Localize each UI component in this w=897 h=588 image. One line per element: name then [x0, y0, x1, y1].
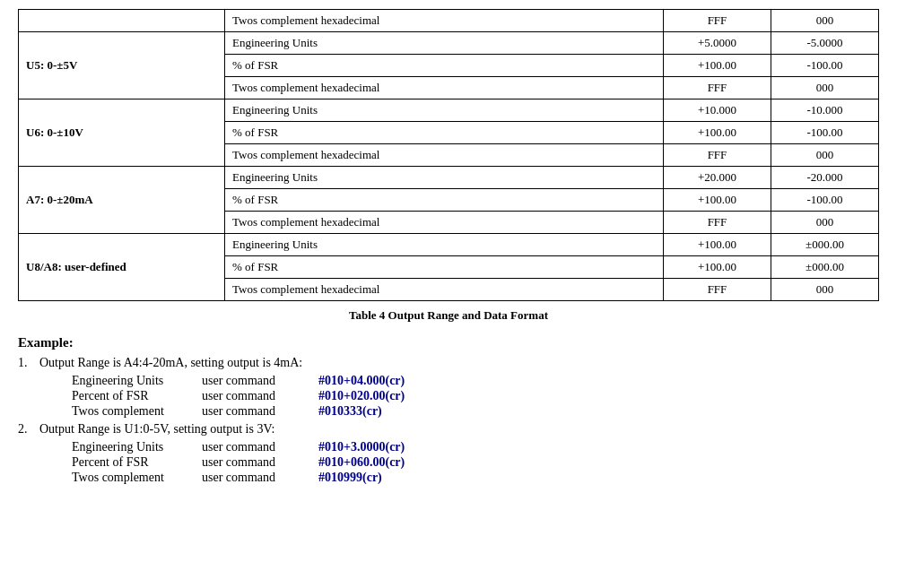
sub-code: #010+020.00(cr): [318, 389, 405, 403]
format-cell: Twos complement hexadecimal: [225, 279, 664, 301]
min-cell: 000: [771, 77, 879, 99]
min-cell: 000: [771, 279, 879, 301]
format-cell: % of FSR: [225, 189, 664, 212]
list-text-1: Output Range is A4:4-20mA, setting outpu…: [39, 356, 302, 370]
sub-label: Percent of FSR: [72, 389, 202, 403]
sub-cmd: user command: [202, 440, 318, 454]
sub-cmd: user command: [202, 471, 318, 485]
sub-label: Engineering Units: [72, 440, 202, 454]
sub-code: #010+04.000(cr): [318, 374, 405, 388]
sub-cmd: user command: [202, 404, 318, 419]
min-cell: ±000.00: [771, 256, 879, 279]
list-item-2: 2. Output Range is U1:0-5V, setting outp…: [18, 422, 879, 437]
max-cell: FFF: [664, 279, 771, 301]
format-cell: Engineering Units: [225, 99, 664, 122]
list-num-1: 1.: [18, 356, 34, 370]
sub-label: Twos complement: [72, 471, 202, 485]
max-cell: +5.0000: [664, 32, 771, 55]
sub-row: Twos complement user command #010999(cr): [72, 471, 879, 485]
max-cell: FFF: [664, 77, 771, 99]
max-cell: +100.00: [664, 55, 771, 77]
table-caption: Table 4 Output Range and Data Format: [18, 308, 879, 323]
min-cell: -100.00: [771, 189, 879, 212]
max-cell: +100.00: [664, 189, 771, 212]
sub-code: #010+060.00(cr): [318, 455, 405, 470]
max-cell: +100.00: [664, 122, 771, 144]
table-row: U5: 0-±5V Engineering Units +5.0000 -5.0…: [19, 32, 879, 55]
max-cell: FFF: [664, 212, 771, 234]
group-label: A7: 0-±20mA: [19, 167, 225, 234]
max-cell: FFF: [664, 144, 771, 167]
format-cell: Twos complement hexadecimal: [225, 77, 664, 99]
max-cell: +100.00: [664, 256, 771, 279]
group-cell: [19, 10, 225, 32]
max-cell: +10.000: [664, 99, 771, 122]
format-cell: % of FSR: [225, 55, 664, 77]
min-cell: -100.00: [771, 122, 879, 144]
format-cell: % of FSR: [225, 122, 664, 144]
format-cell: Engineering Units: [225, 167, 664, 189]
format-cell: Engineering Units: [225, 32, 664, 55]
min-cell: -10.000: [771, 99, 879, 122]
example-section: Example: 1. Output Range is A4:4-20mA, s…: [18, 335, 879, 485]
sub-code: #010999(cr): [318, 471, 382, 485]
sub-code: #010333(cr): [318, 404, 382, 419]
group-label: U5: 0-±5V: [19, 32, 225, 99]
table-row: Twos complement hexadecimal FFF 000: [19, 10, 879, 32]
list-text-2: Output Range is U1:0-5V, setting output …: [39, 422, 274, 437]
sub-label: Twos complement: [72, 404, 202, 419]
min-cell: -100.00: [771, 55, 879, 77]
sub-cmd: user command: [202, 389, 318, 403]
max-cell: FFF: [664, 10, 771, 32]
format-cell: Twos complement hexadecimal: [225, 144, 664, 167]
format-cell: Engineering Units: [225, 234, 664, 256]
sub-items-2: Engineering Units user command #010+3.00…: [72, 440, 879, 485]
min-cell: ±000.00: [771, 234, 879, 256]
sub-items-1: Engineering Units user command #010+04.0…: [72, 374, 879, 419]
min-cell: 000: [771, 144, 879, 167]
example-title: Example:: [18, 335, 879, 350]
table-row: U8/A8: user-defined Engineering Units +1…: [19, 234, 879, 256]
table-row: U6: 0-±10V Engineering Units +10.000 -10…: [19, 99, 879, 122]
sub-row: Percent of FSR user command #010+060.00(…: [72, 455, 879, 470]
sub-row: Twos complement user command #010333(cr): [72, 404, 879, 419]
sub-row: Engineering Units user command #010+04.0…: [72, 374, 879, 388]
sub-cmd: user command: [202, 374, 318, 388]
format-cell: % of FSR: [225, 256, 664, 279]
format-cell: Twos complement hexadecimal: [225, 10, 664, 32]
sub-cmd: user command: [202, 455, 318, 470]
max-cell: +100.00: [664, 234, 771, 256]
min-cell: 000: [771, 212, 879, 234]
sub-row: Percent of FSR user command #010+020.00(…: [72, 389, 879, 403]
sub-row: Engineering Units user command #010+3.00…: [72, 440, 879, 454]
min-cell: -5.0000: [771, 32, 879, 55]
list-item-1: 1. Output Range is A4:4-20mA, setting ou…: [18, 356, 879, 370]
list-num-2: 2.: [18, 422, 34, 437]
group-label: U6: 0-±10V: [19, 99, 225, 167]
format-cell: Twos complement hexadecimal: [225, 212, 664, 234]
group-label: U8/A8: user-defined: [19, 234, 225, 301]
sub-code: #010+3.0000(cr): [318, 440, 405, 454]
table-row: A7: 0-±20mA Engineering Units +20.000 -2…: [19, 167, 879, 189]
min-cell: 000: [771, 10, 879, 32]
min-cell: -20.000: [771, 167, 879, 189]
max-cell: +20.000: [664, 167, 771, 189]
sub-label: Engineering Units: [72, 374, 202, 388]
sub-label: Percent of FSR: [72, 455, 202, 470]
